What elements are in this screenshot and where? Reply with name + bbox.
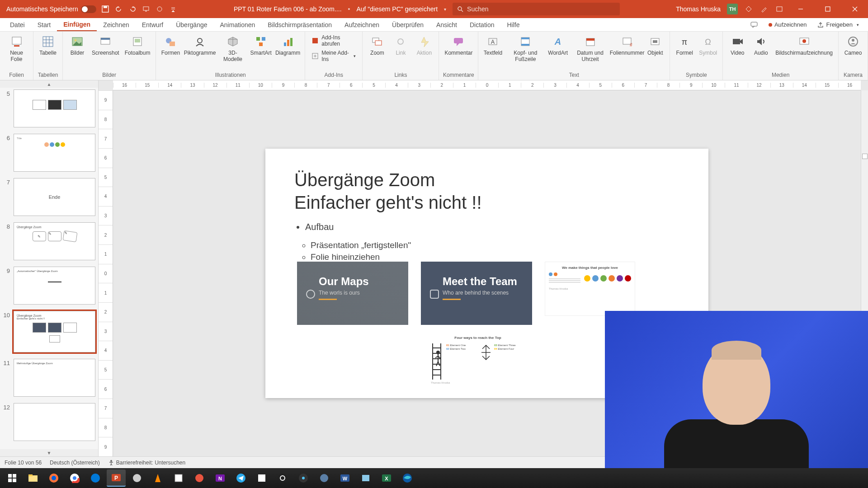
app-icon[interactable] bbox=[169, 469, 188, 487]
new-slide-button[interactable]: Neue Folie bbox=[4, 33, 29, 64]
screenshot-button[interactable]: Screenshot bbox=[90, 33, 121, 57]
tab-uebergaenge[interactable]: Übergänge bbox=[170, 18, 213, 31]
language-indicator[interactable]: Deutsch (Österreich) bbox=[50, 460, 100, 466]
get-addins-button[interactable]: Add-Ins abrufen bbox=[309, 33, 359, 48]
slide-thumbnail[interactable]: 5 bbox=[3, 89, 95, 127]
onenote-icon[interactable]: N bbox=[211, 469, 230, 487]
chevron-down-icon[interactable]: ▾ bbox=[444, 7, 446, 12]
close-button[interactable] bbox=[844, 0, 865, 18]
embedded-slide-team[interactable]: Meet the Team Who are behind the scenes bbox=[421, 262, 532, 325]
telegram-icon[interactable] bbox=[231, 469, 250, 487]
slide-thumbnail[interactable]: 12 bbox=[3, 403, 95, 441]
app-icon[interactable] bbox=[252, 469, 271, 487]
diamond-icon[interactable] bbox=[744, 5, 753, 14]
datetime-button[interactable]: Datum und Uhrzeit bbox=[571, 33, 610, 64]
slide-counter[interactable]: Folie 10 von 56 bbox=[5, 460, 42, 466]
action-button[interactable]: Aktion bbox=[413, 33, 435, 57]
audio-button[interactable]: Audio bbox=[750, 33, 772, 57]
slidenumber-button[interactable]: #Foliennummer bbox=[612, 33, 642, 57]
tab-entwurf[interactable]: Entwurf bbox=[136, 18, 170, 31]
textbox-button[interactable]: ATextfeld bbox=[482, 33, 504, 57]
icons-button[interactable]: Piktogramme bbox=[183, 33, 216, 57]
record-button[interactable]: Aufzeichnen bbox=[763, 18, 812, 31]
tab-ansicht[interactable]: Ansicht bbox=[430, 18, 463, 31]
zoom-button[interactable]: Zoom bbox=[366, 33, 388, 57]
tab-dictation[interactable]: Dictation bbox=[463, 18, 500, 31]
table-button[interactable]: Tabelle bbox=[37, 33, 59, 57]
tab-start[interactable]: Start bbox=[31, 18, 57, 31]
slide-thumbnail[interactable]: 6 Title bbox=[3, 134, 95, 172]
slide-thumbnail[interactable]: 10 Übergänge ZoomEinfacher geht's nicht … bbox=[3, 311, 95, 352]
vlc-icon[interactable] bbox=[148, 469, 167, 487]
word-icon[interactable]: W bbox=[335, 469, 354, 487]
symbol-button[interactable]: ΩSymbol bbox=[697, 33, 719, 57]
chrome-icon[interactable] bbox=[65, 469, 84, 487]
pictures-button[interactable]: Bilder bbox=[66, 33, 88, 57]
screen-recording-button[interactable]: Bildschirmaufzeichnung bbox=[774, 33, 835, 57]
app-icon[interactable] bbox=[315, 469, 334, 487]
obs-icon[interactable] bbox=[273, 469, 292, 487]
chart-button[interactable]: Diagramm bbox=[274, 33, 301, 57]
tab-datei[interactable]: Datei bbox=[4, 18, 31, 31]
tab-hilfe[interactable]: Hilfe bbox=[500, 18, 526, 31]
app-icon[interactable] bbox=[294, 469, 313, 487]
redo-icon[interactable] bbox=[128, 5, 137, 14]
comments-toggle[interactable] bbox=[745, 18, 763, 31]
header-footer-button[interactable]: Kopf- und Fußzeile bbox=[505, 33, 545, 64]
tab-einfuegen[interactable]: Einfügen bbox=[57, 18, 97, 31]
user-avatar[interactable]: TH bbox=[727, 4, 738, 14]
edge-icon[interactable] bbox=[398, 469, 417, 487]
excel-icon[interactable]: X bbox=[377, 469, 396, 487]
qat-more-icon[interactable] bbox=[169, 5, 178, 14]
accessibility-check[interactable]: Barrierefreiheit: Untersuchen bbox=[108, 460, 185, 466]
embedded-slide-ladder[interactable]: Four ways to reach the Top 01 Element On… bbox=[428, 334, 528, 393]
window-icon[interactable] bbox=[775, 5, 784, 14]
tab-aufzeichnen[interactable]: Aufzeichnen bbox=[338, 18, 386, 31]
minimize-button[interactable] bbox=[790, 0, 811, 18]
tab-ueberpruefen[interactable]: Überprüfen bbox=[386, 18, 430, 31]
link-button[interactable]: Link bbox=[390, 33, 411, 57]
scroll-up-button[interactable]: ▲ bbox=[0, 80, 98, 88]
present-icon[interactable] bbox=[142, 5, 151, 14]
object-button[interactable]: Objekt bbox=[644, 33, 666, 57]
embedded-slide-chart[interactable]: We make things that people love bbox=[545, 262, 635, 316]
equation-button[interactable]: πFormel bbox=[674, 33, 695, 57]
app-icon[interactable] bbox=[356, 469, 375, 487]
touch-mode-icon[interactable] bbox=[155, 5, 164, 14]
slide-thumbnail[interactable]: 11 Mehrstufige Übergänge Zoom bbox=[3, 359, 95, 397]
share-button[interactable]: Freigeben▾ bbox=[812, 18, 864, 31]
tab-bildschirmpraesentation[interactable]: Bildschirmpräsentation bbox=[261, 18, 338, 31]
app-icon[interactable] bbox=[127, 469, 146, 487]
slide-thumbnail[interactable]: 8 Übergänge Zoom✎✎✎ bbox=[3, 222, 95, 260]
shapes-button[interactable]: Formen bbox=[160, 33, 181, 57]
maximize-button[interactable] bbox=[817, 0, 838, 18]
edge-legacy-icon[interactable] bbox=[86, 469, 105, 487]
start-button[interactable] bbox=[3, 469, 22, 487]
firefox-icon[interactable] bbox=[44, 469, 63, 487]
search-input[interactable]: Suchen bbox=[453, 3, 620, 15]
tab-zeichnen[interactable]: Zeichnen bbox=[97, 18, 136, 31]
cameo-button[interactable]: Cameo bbox=[842, 33, 864, 57]
undo-icon[interactable] bbox=[114, 5, 123, 14]
file-explorer-icon[interactable] bbox=[24, 469, 42, 487]
slide-title[interactable]: Übergänge Zoom Einfacher geht's nicht !! bbox=[294, 169, 679, 214]
scroll-down-button[interactable]: ▼ bbox=[0, 449, 98, 456]
3dmodels-button[interactable]: 3D-Modelle bbox=[218, 33, 248, 64]
smartart-button[interactable]: SmartArt bbox=[249, 33, 273, 57]
photoalbum-button[interactable]: Fotoalbum bbox=[123, 33, 152, 57]
wordart-button[interactable]: AWordArt bbox=[547, 33, 569, 57]
autosave-toggle[interactable]: Automatisches Speichern bbox=[6, 5, 96, 13]
comment-button[interactable]: Kommentar bbox=[443, 33, 474, 57]
tab-animationen[interactable]: Animationen bbox=[214, 18, 262, 31]
pen-icon[interactable] bbox=[760, 5, 769, 14]
slide-thumbnail[interactable]: 9 „Automatischer" Übergänge Zoom bbox=[3, 267, 95, 305]
embedded-slide-maps[interactable]: Our Maps The worls is ours bbox=[297, 262, 408, 325]
my-addins-button[interactable]: Meine Add-Ins▾ bbox=[309, 49, 359, 63]
slide-thumbnail[interactable]: 7 Ende bbox=[3, 178, 95, 216]
save-icon[interactable] bbox=[101, 5, 110, 14]
save-location[interactable]: Auf "diesem PC" gespeichert bbox=[356, 5, 438, 13]
powerpoint-icon[interactable]: P bbox=[107, 469, 126, 487]
app-icon[interactable] bbox=[190, 469, 209, 487]
video-button[interactable]: Video bbox=[726, 33, 748, 57]
user-name[interactable]: Thomas Hruska bbox=[676, 5, 721, 13]
